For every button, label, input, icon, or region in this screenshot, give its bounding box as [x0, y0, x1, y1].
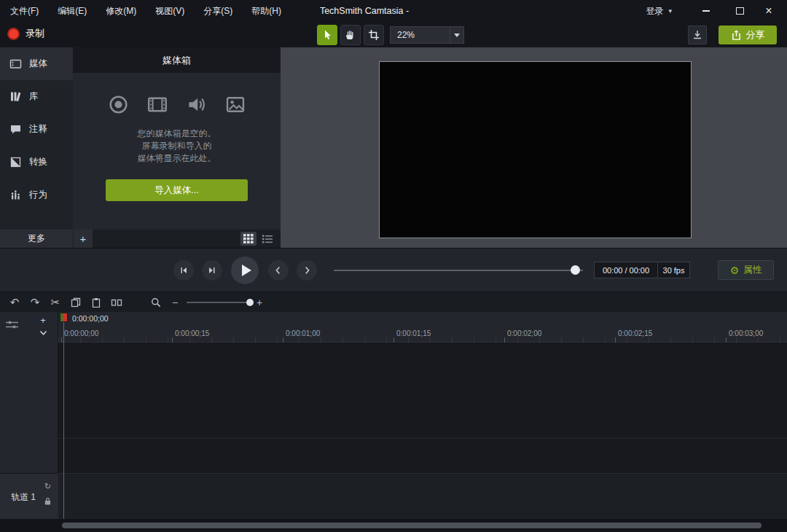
paste-button[interactable] [89, 297, 103, 308]
media-bin-empty-text: 您的媒体箱是空的。 屏幕录制和导入的 媒体将显示在此处。 [73, 128, 281, 165]
minimize-icon [702, 10, 710, 12]
menu-share[interactable]: 分享(S) [203, 5, 232, 17]
time-display: 00:00 / 00:00 [594, 262, 658, 278]
seek-slider[interactable] [334, 270, 583, 271]
grid-view-button[interactable] [240, 232, 257, 246]
zoom-in-button[interactable]: + [254, 297, 265, 308]
film-clip-icon [147, 95, 168, 114]
tools-sidebar: 媒体 库 注释 转换 行为 [0, 47, 73, 230]
zoom-dropdown[interactable]: 22% [390, 26, 464, 44]
sidebar-item-annotations[interactable]: 注释 [0, 113, 73, 146]
menu-modify[interactable]: 修改(M) [106, 5, 136, 17]
jump-forward-button[interactable] [297, 260, 317, 281]
bin-view-toggles [240, 230, 281, 248]
list-view-button[interactable] [259, 232, 275, 246]
canvas-area[interactable] [281, 47, 787, 248]
download-button[interactable] [688, 26, 707, 44]
timeline-zoom-slider[interactable] [187, 302, 251, 303]
copy-icon [71, 297, 81, 308]
redo-button[interactable]: ↷ [28, 297, 42, 308]
timeline-zoom-button[interactable] [149, 297, 163, 308]
paste-icon [91, 297, 101, 308]
close-button[interactable]: × [756, 0, 781, 22]
crop-icon [368, 29, 380, 41]
camtasia-window: 文件(F) 编辑(E) 修改(M) 视图(V) 分享(S) 帮助(H) Tech… [0, 0, 787, 532]
track1-lane[interactable] [58, 473, 787, 519]
record-label: 录制 [26, 27, 44, 40]
share-label: 分享 [746, 28, 765, 42]
sidebar-item-label: 转换 [29, 156, 47, 168]
properties-button[interactable]: ⚙ 属性 [718, 260, 774, 280]
playhead-marker[interactable] [60, 313, 68, 322]
undo-button[interactable]: ↶ [7, 297, 22, 308]
window-title: TechSmith Camtasia - [320, 0, 409, 22]
zoom-out-button[interactable]: − [169, 297, 181, 308]
close-icon: × [765, 4, 772, 17]
media-bin-panel: 媒体箱 您的媒体箱是空的。 屏幕录制和导入的 媒体将显示在此处。 导入媒体... [73, 47, 281, 230]
ruler-minor-ticks [58, 337, 787, 343]
empty-text-line: 您的媒体箱是空的。 [73, 128, 281, 140]
cursor-icon [321, 29, 333, 41]
crop-tool-button[interactable] [364, 25, 384, 45]
timeline-scrollbar-thumb[interactable] [62, 523, 761, 528]
empty-text-line: 媒体将显示在此处。 [73, 152, 281, 165]
annotation-icon [9, 123, 22, 136]
preview-stage[interactable] [379, 61, 692, 238]
sidebar-item-behaviors[interactable]: 行为 [0, 179, 73, 211]
previous-frame-button[interactable] [173, 260, 194, 281]
track1-label: 轨道 1 [11, 491, 36, 504]
sign-in-label: 登录 [646, 5, 663, 17]
sidebar-item-library[interactable]: 库 [0, 80, 73, 113]
sidebar-item-media[interactable]: 媒体 [0, 47, 73, 80]
grid-view-icon [243, 234, 254, 243]
timeline-scrollbar [0, 519, 787, 532]
list-view-icon [262, 235, 273, 243]
copy-button[interactable] [68, 297, 83, 308]
track-loop-icon[interactable]: ↻ [44, 482, 51, 490]
menu-view[interactable]: 视图(V) [155, 5, 184, 17]
maximize-icon [736, 7, 744, 15]
split-icon [111, 297, 122, 308]
sign-in-button[interactable]: 登录 ▾ [646, 0, 672, 22]
timeline-track-controls: + 轨道 1 ↻ [0, 312, 58, 519]
media-bin-empty-icons [73, 95, 281, 114]
cursor-tool-button[interactable] [317, 25, 337, 45]
track-controls-icon[interactable] [5, 319, 20, 330]
sidebar-item-label: 库 [29, 90, 39, 103]
step-forward-button[interactable] [202, 260, 222, 281]
cut-button[interactable]: ✂ [48, 297, 63, 308]
playhead-time: 0:00:00;00 [72, 314, 109, 323]
menu-bar: 文件(F) 编辑(E) 修改(M) 视图(V) 分享(S) 帮助(H) Tech… [0, 0, 787, 22]
import-media-button[interactable]: 导入媒体... [106, 179, 248, 201]
add-media-button[interactable]: + [74, 230, 93, 248]
sidebar-item-transitions[interactable]: 转换 [0, 146, 73, 179]
maximize-button[interactable] [727, 0, 752, 22]
previous-frame-icon [179, 265, 189, 275]
menu-items: 文件(F) 编辑(E) 修改(M) 视图(V) 分享(S) 帮助(H) [10, 0, 281, 22]
timeline-zoom-thumb[interactable] [246, 299, 254, 306]
canvas-tools [317, 25, 384, 45]
play-button[interactable] [231, 257, 259, 284]
empty-text-line: 屏幕录制和导入的 [73, 140, 281, 152]
menu-help[interactable]: 帮助(H) [251, 5, 281, 17]
pan-tool-button[interactable] [340, 25, 361, 45]
jump-back-button[interactable] [268, 260, 289, 281]
behavior-icon [9, 189, 22, 201]
track1-header[interactable]: 轨道 1 ↻ [0, 473, 58, 519]
track-lock-icon[interactable] [44, 497, 52, 506]
share-button[interactable]: 分享 [719, 26, 777, 44]
menu-edit[interactable]: 编辑(E) [58, 5, 87, 17]
share-icon [731, 30, 742, 41]
minimize-button[interactable] [694, 0, 719, 22]
split-button[interactable] [109, 297, 124, 308]
audio-icon [187, 95, 206, 114]
add-track-button[interactable]: + [35, 314, 51, 326]
menu-file[interactable]: 文件(F) [10, 5, 39, 17]
more-tools-button[interactable]: 更多 [0, 230, 73, 248]
track-collapse-button[interactable] [35, 327, 51, 339]
record-button[interactable]: 录制 [7, 27, 44, 40]
seek-slider-thumb[interactable] [571, 265, 580, 275]
transition-icon [9, 156, 22, 168]
sidebar-item-label: 注释 [29, 123, 47, 136]
gear-icon: ⚙ [730, 265, 740, 275]
